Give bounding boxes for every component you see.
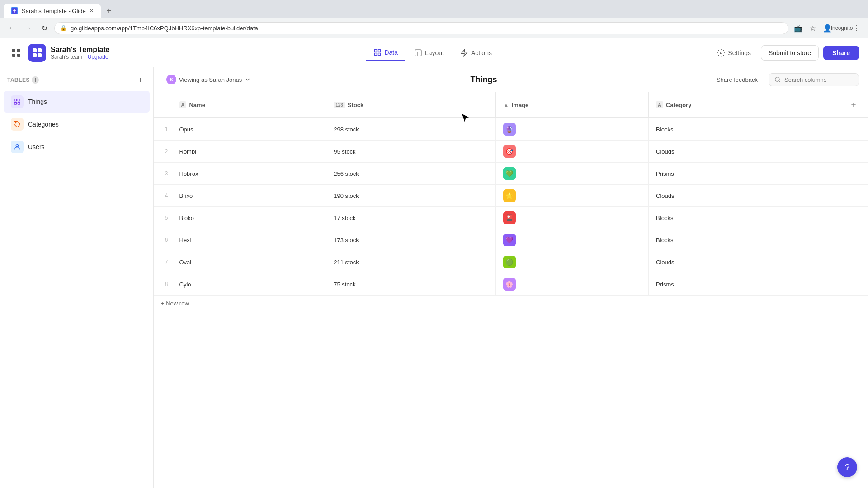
search-columns-input[interactable] [784,76,848,83]
row-number: 6 [154,229,172,251]
sidebar-item-things[interactable]: Things [4,91,150,113]
svg-rect-4 [17,54,20,57]
sidebar: TABLES i Things Categories [0,67,154,488]
app-header: Sarah's Template Sarah's team · Upgrade … [0,38,868,67]
nav-icons: 📺 ☆ 👤 Incognito ⋮ [792,22,863,34]
row-image: 🌸 [503,278,516,291]
add-table-btn[interactable] [135,75,146,85]
row-number: 5 [154,207,172,229]
header-actions: Settings Submit to store Share [712,45,859,61]
nav-data[interactable]: Data [366,45,405,61]
table-row[interactable]: 4 Brixo 190 stock ⭐ Clouds [154,185,868,207]
help-btn[interactable]: ? [837,457,857,477]
col-header-image[interactable]: ▲ Image [495,92,648,118]
table-row[interactable]: 1 Opus 298 stock 🔮 Blocks [154,118,868,141]
cell-image: 🎴 [495,207,648,229]
categories-icon [11,118,24,131]
col-header-category[interactable]: A Category [649,92,839,118]
svg-rect-3 [12,54,15,57]
refresh-btn[interactable]: ↻ [38,22,51,34]
nav-layout[interactable]: Layout [407,45,451,61]
svg-marker-14 [461,49,467,56]
active-tab[interactable]: Sarah's Template - Glide × [4,4,101,18]
forward-btn[interactable]: → [22,22,34,34]
new-row-btn[interactable]: + New row [154,296,868,311]
menu-btn[interactable]: ⋮ [850,22,863,34]
row-image: 🎯 [503,145,516,158]
info-icon[interactable]: i [32,76,39,84]
things-icon [11,95,24,108]
bookmark-btn[interactable]: ☆ [807,22,819,34]
share-btn[interactable]: Share [823,46,859,60]
lock-icon: 🔒 [60,25,67,31]
col-header-stock[interactable]: 123 Stock [326,92,496,118]
cell-stock: 95 stock [326,141,496,163]
table-row[interactable]: 7 Oval 211 stock 🟢 Clouds [154,251,868,273]
app-container: Sarah's Template Sarah's team · Upgrade … [0,38,868,488]
data-toolbar: S Viewing as Sarah Jonas Things Share fe… [154,67,868,92]
table-container: A Name 123 Stock [154,92,868,488]
settings-btn[interactable]: Settings [712,45,756,61]
share-feedback-btn[interactable]: Share feedback [713,75,761,85]
row-number: 4 [154,185,172,207]
table-row[interactable]: 8 Cylo 75 stock 🌸 Prisms [154,273,868,296]
viewing-as-selector[interactable]: S Viewing as Sarah Jonas [163,73,255,86]
back-btn[interactable]: ← [5,22,18,34]
tab-title: Sarah's Template - Glide [22,8,86,14]
user-avatar: S [166,75,176,84]
svg-rect-5 [33,48,37,52]
cell-stock: 298 stock [326,118,496,141]
cell-image: 🔮 [495,118,648,141]
row-image: 🎴 [503,211,516,224]
sidebar-item-categories[interactable]: Categories [4,113,150,135]
cell-name: Oval [172,251,326,273]
data-area: S Viewing as Sarah Jonas Things Share fe… [154,67,868,488]
row-number: 1 [154,118,172,141]
cell-image: 🌸 [495,273,648,296]
cell-name: Opus [172,118,326,141]
cast-btn[interactable]: 📺 [792,22,805,34]
svg-rect-12 [378,53,381,55]
row-number: 7 [154,251,172,273]
cell-category: Blocks [649,229,839,251]
upgrade-link[interactable]: Upgrade [88,54,108,60]
cell-name: Hobrox [172,163,326,185]
svg-point-22 [775,77,779,81]
svg-rect-17 [18,99,20,101]
nav-actions-label: Actions [471,49,492,56]
cell-name: Bloko [172,207,326,229]
table-row[interactable]: 5 Bloko 17 stock 🎴 Blocks [154,207,868,229]
cell-image: 💚 [495,163,648,185]
svg-rect-1 [12,49,15,52]
address-bar[interactable]: 🔒 go.glideapps.com/app/1Tmp4IC6xPQJbHHRX… [54,22,788,34]
search-columns-input-area[interactable] [769,73,859,86]
users-label: Users [28,143,45,150]
svg-rect-19 [18,102,20,104]
table-row[interactable]: 6 Hexi 173 stock 💜 Blocks [154,229,868,251]
row-number: 2 [154,141,172,163]
nav-actions[interactable]: Actions [453,45,499,61]
cell-category: Prisms [649,273,839,296]
tab-bar: Sarah's Template - Glide × + [0,0,868,18]
cell-image: 💜 [495,229,648,251]
main-content: TABLES i Things Categories [0,67,868,488]
nav-layout-label: Layout [425,49,444,56]
svg-rect-6 [38,48,42,52]
table-row[interactable]: 2 Rombi 95 stock 🎯 Clouds [154,141,868,163]
new-tab-btn[interactable]: + [103,5,115,17]
app-logo [28,44,46,62]
add-column-header[interactable] [839,92,868,118]
table-row[interactable]: 3 Hobrox 256 stock 💚 Prisms [154,163,868,185]
col-header-name[interactable]: A Name [172,92,326,118]
svg-rect-18 [14,102,17,104]
row-image: 💚 [503,167,516,180]
apps-grid-btn[interactable] [9,46,24,60]
sidebar-item-users[interactable]: Users [4,136,150,158]
tab-close-btn[interactable]: × [90,7,94,14]
nav-bar: ← → ↻ 🔒 go.glideapps.com/app/1Tmp4IC6xPQ… [0,18,868,38]
users-icon [11,141,24,153]
svg-rect-10 [378,49,381,52]
submit-to-store-btn[interactable]: Submit to store [761,45,819,61]
cell-category: Blocks [649,118,839,141]
table-title: Things [262,75,706,84]
